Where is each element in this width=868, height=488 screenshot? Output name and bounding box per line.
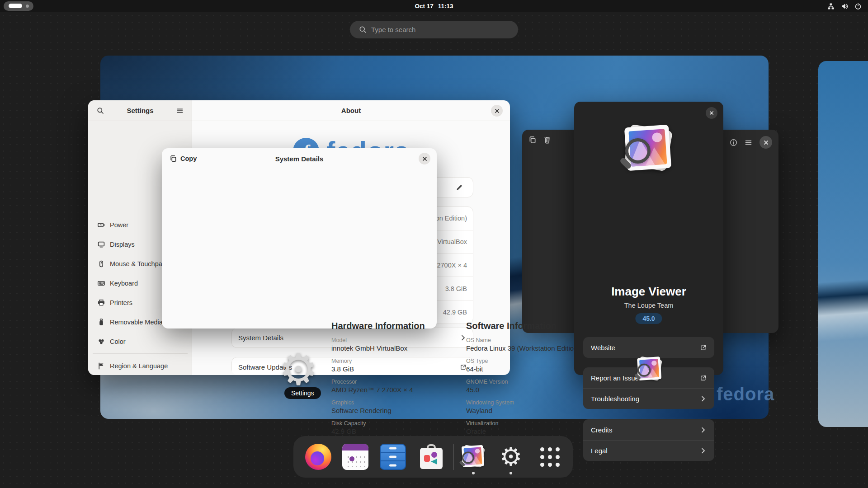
volume-icon[interactable] (841, 3, 848, 10)
dock-separator (453, 444, 454, 470)
page-title: About (341, 107, 361, 114)
clock-time: 11:13 (438, 3, 453, 9)
search-placeholder: Type to search (371, 26, 415, 33)
legal-group: Credits Legal (583, 419, 714, 461)
sidebar-title: Settings (127, 107, 153, 114)
display-icon (98, 241, 105, 248)
field-os-type: OS Type64-bit (466, 358, 593, 373)
system-status-area[interactable] (827, 0, 862, 12)
dialog-close-button[interactable] (419, 153, 430, 164)
close-icon (763, 140, 769, 145)
sidebar-menu-button[interactable] (174, 105, 186, 117)
field-windowing: Windowing SystemWayland (466, 399, 593, 414)
flag-icon (98, 362, 105, 370)
dock-item-image-viewer[interactable] (460, 444, 486, 470)
file-cabinet-icon (380, 444, 406, 470)
search-icon (97, 107, 104, 114)
hamburger-menu-icon (176, 107, 184, 114)
external-link-icon (700, 344, 707, 351)
legal-row[interactable]: Legal (583, 440, 714, 461)
chevron-right-icon (700, 395, 707, 402)
trash-icon[interactable] (543, 136, 551, 144)
drag-tooltip-label: Settings (284, 387, 321, 399)
image-viewer-app-icon (622, 122, 676, 176)
copy-icon[interactable] (528, 136, 536, 144)
loupe-toolbar-left (528, 136, 551, 144)
battery-icon (98, 221, 105, 229)
troubleshooting-row[interactable]: Troubleshooting (583, 388, 714, 409)
dialog-header: Copy System Details (162, 148, 437, 169)
dialog-title: System Details (162, 155, 437, 163)
dock-item-files[interactable] (380, 444, 406, 470)
field-memory: Memory3.8 GiB (331, 358, 458, 373)
sidebar-item-region-language[interactable]: Region & Language (92, 357, 189, 375)
mouse-icon (98, 260, 105, 267)
field-virtualization: VirtualizationOracle (466, 420, 593, 435)
firefox-icon (305, 444, 331, 470)
pencil-edit-icon[interactable] (456, 184, 463, 191)
dock-item-app-grid[interactable] (537, 444, 563, 470)
about-page-header: About (192, 100, 510, 121)
workspace-preview-next[interactable] (818, 61, 868, 427)
search-input[interactable]: Type to search (350, 21, 518, 38)
top-bar: Oct 17 11:13 (0, 0, 868, 12)
color-icon (98, 338, 105, 345)
field-model: Modelinnotek GmbH VirtualBox (331, 337, 458, 352)
dock-item-firefox[interactable] (305, 444, 331, 470)
credits-row[interactable]: Credits (583, 419, 714, 440)
field-os-name: OS NameFedora Linux 39 (Workstation Edit… (466, 337, 593, 352)
loupe-toolbar-right (730, 136, 772, 149)
sidebar-item-color[interactable]: Color (92, 333, 189, 350)
close-icon (422, 156, 428, 162)
printer-icon (98, 299, 105, 306)
app-developer: The Loupe Team (574, 302, 723, 309)
field-disk: Disk Capacity42.9 GB (331, 420, 458, 435)
copy-icon (170, 155, 177, 162)
running-indicator-image-viewer (472, 472, 475, 474)
dash-dock: ⚙ (293, 436, 573, 478)
clock-date: Oct 17 (415, 3, 433, 9)
sidebar-search-button[interactable] (94, 105, 106, 117)
external-link-icon (700, 375, 707, 381)
app-title: Image Viewer (574, 285, 723, 299)
sidebar-header: Settings (88, 100, 192, 121)
search-icon (359, 26, 367, 33)
software-store-icon (418, 444, 444, 470)
settings-window-close-button[interactable] (491, 105, 503, 117)
dialog-close-button[interactable] (706, 107, 717, 119)
dock-item-software[interactable] (418, 444, 444, 470)
clock[interactable]: Oct 17 11:13 (0, 0, 868, 12)
chevron-right-icon (700, 427, 707, 433)
section-heading: Software Information (466, 321, 593, 331)
hamburger-menu-icon[interactable] (745, 139, 752, 146)
field-processor: ProcessorAMD Ryzen™ 7 2700X × 4 (331, 379, 458, 394)
running-indicator-settings (509, 472, 512, 474)
image-viewer-icon (460, 444, 486, 470)
dragged-settings-gear-icon[interactable]: ⚙ (275, 346, 322, 393)
hardware-info-column: Hardware Information Modelinnotek GmbH V… (331, 321, 458, 435)
copy-button[interactable]: Copy (170, 155, 197, 162)
network-wired-icon[interactable] (827, 3, 835, 10)
magnifier-icon (625, 138, 651, 164)
gear-icon: ⚙ (498, 444, 524, 470)
field-graphics: GraphicsSoftware Rendering (331, 399, 458, 414)
chevron-right-icon (700, 447, 707, 454)
usb-icon (98, 319, 105, 326)
dragged-image-viewer-icon[interactable] (636, 355, 664, 383)
system-details-dialog[interactable]: Copy System Details Hardware Information… (162, 148, 437, 328)
power-icon[interactable] (854, 3, 862, 10)
keyboard-icon (98, 280, 105, 287)
dock-item-calendar[interactable] (342, 444, 368, 470)
close-icon (709, 110, 714, 116)
close-icon (494, 108, 500, 114)
calendar-icon (342, 444, 368, 470)
dock-item-settings[interactable]: ⚙ (498, 444, 524, 470)
info-circle-icon[interactable] (730, 139, 737, 146)
field-gnome-version: GNOME Version45.0 (466, 379, 593, 394)
window-close-button[interactable] (760, 136, 772, 149)
external-link-icon (460, 364, 467, 371)
sidebar-separator (93, 353, 188, 354)
app-grid-icon (537, 444, 563, 470)
chevron-right-icon (460, 334, 467, 341)
version-badge[interactable]: 45.0 (635, 313, 662, 324)
